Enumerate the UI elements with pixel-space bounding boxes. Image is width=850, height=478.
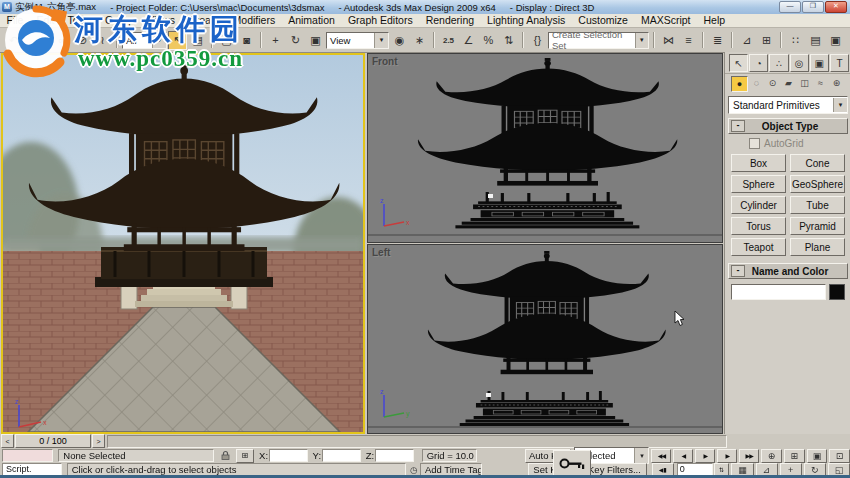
- title-bar[interactable]: M 实例11-六角亭.max - Project Folder: C:\User…: [0, 0, 850, 14]
- menu-modifiers[interactable]: Modifiers: [226, 14, 282, 27]
- zoom-extents-icon[interactable]: ▣: [807, 449, 828, 463]
- menu-edit[interactable]: Edit: [30, 14, 61, 27]
- window-crossing-icon[interactable]: ◙: [237, 31, 256, 50]
- select-by-name-icon[interactable]: ▤: [188, 31, 207, 50]
- object-color-swatch[interactable]: [829, 284, 845, 300]
- systems-icon[interactable]: ⊛: [829, 76, 844, 90]
- percent-snap-icon[interactable]: %: [479, 31, 498, 50]
- pyramid-button[interactable]: Pyramid: [790, 217, 845, 235]
- menu-views[interactable]: Views: [141, 14, 182, 27]
- reference-coordinate-dropdown[interactable]: View ▾: [326, 32, 389, 49]
- front-viewport[interactable]: z x Front: [367, 53, 723, 243]
- curve-editor-icon[interactable]: ⊿: [737, 31, 756, 50]
- sphere-button[interactable]: Sphere: [731, 175, 786, 193]
- set-keys-button[interactable]: [553, 450, 591, 476]
- z-coordinate-field[interactable]: [375, 449, 414, 462]
- bind-spacewarp-icon[interactable]: ≀: [93, 31, 112, 50]
- spinner-snap-icon[interactable]: ⇅: [499, 31, 518, 50]
- use-pivot-center-icon[interactable]: ◉: [390, 31, 409, 50]
- previous-frame-button[interactable]: ◀: [673, 449, 693, 463]
- select-object-icon[interactable]: ↖: [168, 31, 187, 50]
- unlink-icon[interactable]: ⊘: [73, 31, 92, 50]
- tab-hierarchy[interactable]: ∴: [769, 54, 788, 72]
- viewport-label[interactable]: Left: [372, 247, 390, 258]
- zoom-all-icon[interactable]: ⊞: [784, 449, 805, 463]
- menu-group[interactable]: Group: [99, 14, 141, 27]
- autogrid-checkbox[interactable]: [749, 138, 760, 149]
- zoom-icon[interactable]: ⊕: [761, 449, 782, 463]
- camera-viewport[interactable]: z x: [1, 53, 365, 434]
- plane-button[interactable]: Plane: [790, 238, 845, 256]
- select-manipulate-icon[interactable]: ∗: [410, 31, 429, 50]
- tab-display[interactable]: ▣: [810, 54, 829, 72]
- left-viewport[interactable]: z y Left: [367, 244, 723, 434]
- rectangular-selection-region-icon[interactable]: ▢: [217, 31, 236, 50]
- next-frame-button[interactable]: ▶: [717, 449, 737, 463]
- menu-maxscript[interactable]: MAXScript: [634, 14, 697, 27]
- primitive-category-dropdown[interactable]: Standard Primitives ▾: [728, 96, 848, 114]
- minimize-button[interactable]: —: [779, 1, 801, 13]
- cone-button[interactable]: Cone: [790, 154, 845, 172]
- tab-utilities[interactable]: T: [830, 54, 849, 72]
- undo-icon[interactable]: ↶: [4, 31, 23, 50]
- angle-snap-icon[interactable]: ∠: [459, 31, 478, 50]
- helpers-icon[interactable]: ◫: [797, 76, 812, 90]
- go-to-end-button[interactable]: ▶▶: [739, 449, 759, 463]
- tab-create[interactable]: ↖: [729, 54, 748, 72]
- object-name-field[interactable]: [731, 284, 826, 300]
- teapot-button[interactable]: Teapot: [731, 238, 786, 256]
- menu-rendering[interactable]: Rendering: [419, 14, 480, 27]
- viewport-label[interactable]: Front: [372, 56, 398, 67]
- object-type-rollout-header[interactable]: - Object Type: [728, 118, 848, 134]
- menu-file[interactable]: File: [0, 14, 30, 27]
- name-color-rollout-header[interactable]: - Name and Color: [728, 263, 848, 279]
- tab-motion[interactable]: ◎: [790, 54, 809, 72]
- select-rotate-icon[interactable]: ↻: [286, 31, 305, 50]
- select-link-icon[interactable]: ∞: [53, 31, 72, 50]
- shapes-icon[interactable]: ◌: [749, 76, 764, 90]
- redo-icon[interactable]: ↷: [24, 31, 43, 50]
- space-warps-icon[interactable]: ≈: [813, 76, 828, 90]
- time-prev-arrow[interactable]: <: [1, 434, 14, 448]
- named-selection-set-dropdown[interactable]: Create Selection Set ▾: [548, 32, 649, 49]
- box-button[interactable]: Box: [731, 154, 786, 172]
- snap-toggle-icon[interactable]: 2.5: [439, 31, 458, 50]
- geometry-icon[interactable]: ●: [731, 76, 748, 92]
- absolute-offset-toggle-icon[interactable]: ⊞: [236, 449, 254, 463]
- render-setup-icon[interactable]: ▤: [806, 31, 825, 50]
- cameras-icon[interactable]: ▰: [781, 76, 796, 90]
- x-coordinate-field[interactable]: [269, 449, 308, 462]
- lights-icon[interactable]: ⊙: [765, 76, 780, 90]
- select-move-icon[interactable]: +: [266, 31, 285, 50]
- mirror-icon[interactable]: ⋈: [659, 31, 678, 50]
- close-button[interactable]: ✕: [825, 1, 847, 13]
- cylinder-button[interactable]: Cylinder: [731, 196, 786, 214]
- menu-lighting-analysis[interactable]: Lighting Analysis: [481, 14, 572, 27]
- quick-render-icon[interactable]: ◉: [846, 31, 850, 50]
- schematic-view-icon[interactable]: ⊞: [757, 31, 776, 50]
- menu-customize[interactable]: Customize: [572, 14, 635, 27]
- select-scale-icon[interactable]: ▣: [306, 31, 325, 50]
- selection-filter-dropdown[interactable]: All ▾: [122, 32, 167, 49]
- geosphere-button[interactable]: GeoSphere: [790, 175, 845, 193]
- play-button[interactable]: ▶: [695, 449, 715, 463]
- align-icon[interactable]: ≡: [679, 31, 698, 50]
- edit-named-selections-icon[interactable]: {}: [528, 31, 547, 50]
- menu-graph-editors[interactable]: Graph Editors: [341, 14, 419, 27]
- y-coordinate-field[interactable]: [322, 449, 361, 462]
- menu-tools[interactable]: Tools: [61, 14, 99, 27]
- menu-create[interactable]: Create: [182, 14, 227, 27]
- macro-recorder-pane[interactable]: [2, 449, 53, 462]
- menu-help[interactable]: Help: [697, 14, 732, 27]
- zoom-extents-all-icon[interactable]: ⊡: [829, 449, 850, 463]
- layer-manager-icon[interactable]: ≣: [708, 31, 727, 50]
- time-slider[interactable]: 0 / 100: [15, 434, 91, 448]
- menu-animation[interactable]: Animation: [282, 14, 342, 27]
- rendered-frame-icon[interactable]: ▣: [826, 31, 845, 50]
- material-editor-icon[interactable]: ∷: [786, 31, 805, 50]
- track-bar[interactable]: [107, 435, 727, 448]
- go-to-start-button[interactable]: ◀◀: [651, 449, 671, 463]
- torus-button[interactable]: Torus: [731, 217, 786, 235]
- tab-modify[interactable]: ◔: [749, 54, 768, 72]
- tube-button[interactable]: Tube: [790, 196, 845, 214]
